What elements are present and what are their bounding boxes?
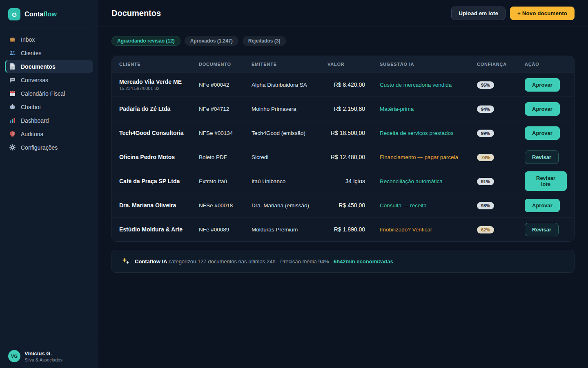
sidebar-item-documentos[interactable]: Documentos [5, 60, 93, 73]
cell-emitente: Sicredi [252, 154, 327, 160]
column-header-sugestao-ia: SUGESTÃO IA [372, 62, 470, 67]
confidence-badge: 94% [477, 105, 494, 113]
table-row: Tech4Good Consultoria NFSe #00134 Tech4G… [112, 121, 574, 145]
upload-batch-button[interactable]: Upload em lote [451, 7, 506, 20]
sidebar-item-conversas[interactable]: Conversas [5, 74, 93, 86]
cell-confianca: 91% [470, 177, 517, 185]
cell-documento: NFe #04712 [199, 106, 252, 112]
page-header: Documentos Upload em lote + Novo documen… [98, 0, 588, 27]
table-row: Dra. Mariana Oliveira NFSe #00018 Dra. M… [112, 193, 574, 217]
users-icon [9, 49, 16, 56]
approve-button[interactable]: Aprovar [525, 126, 560, 140]
calendar-icon [9, 90, 16, 97]
cell-acao: Revisar lote [517, 171, 567, 191]
column-header-documento: DOCUMENTO [199, 62, 252, 67]
sidebar-user[interactable]: VG Vinicius G. Silva & Associados [0, 344, 98, 368]
brand-name-accent: flow [43, 11, 57, 18]
ai-highlight: 6h42min economizadas [334, 258, 393, 265]
sidebar-item-label: Dashboard [21, 117, 49, 124]
cell-valor: R$ 1.890,00 [327, 226, 372, 233]
cell-confianca: 96% [470, 81, 517, 89]
cell-cliente: Padaria do Zé Ltda [119, 105, 199, 112]
ai-brand: Contaflow IA [135, 258, 167, 265]
table-row: Oficina Pedro Motos Boleto PDF Sicredi R… [112, 145, 574, 169]
approve-button[interactable]: Aprovar [525, 78, 560, 92]
ai-summary-text: Contaflow IA categorizou 127 documentos … [135, 258, 393, 265]
client-name: Dra. Mariana Oliveira [119, 202, 199, 209]
inbox-icon [9, 36, 16, 43]
user-info: Vinicius G. Silva & Associados [24, 350, 62, 362]
cell-acao: Aprovar [517, 126, 567, 140]
sidebar-item-auditoria[interactable]: Auditoria [5, 128, 93, 140]
column-header-acao: AÇÃO [517, 62, 567, 67]
cell-documento: NFe #00042 [199, 82, 252, 88]
client-name: Café da Praça SP Ltda [119, 178, 199, 184]
user-org: Silva & Associados [24, 357, 62, 362]
approve-button[interactable]: Aprovar [525, 102, 560, 116]
sidebar-item-configuracoes[interactable]: Configurações [5, 141, 93, 154]
page-title: Documentos [111, 9, 451, 18]
column-header-emitente: EMITENTE [252, 62, 327, 67]
tab-rejeitados[interactable]: Rejeitados (3) [243, 36, 286, 46]
cell-confianca: 94% [470, 105, 517, 113]
cell-confianca: 78% [470, 153, 517, 161]
client-name: Tech4Good Consultoria [119, 130, 199, 136]
table-header-row: CLIENTE DOCUMENTO EMITENTE VALOR SUGESTÃ… [112, 56, 574, 72]
cell-documento: NFSe #00134 [199, 130, 252, 136]
confidence-badge: 96% [477, 81, 494, 89]
sidebar-item-clientes[interactable]: Clientes [5, 47, 93, 59]
sidebar-nav: Inbox Clientes Documentos Conversas Cale… [0, 33, 98, 344]
sidebar-divider [7, 27, 91, 27]
sidebar-item-label: Clientes [21, 50, 42, 56]
sidebar: G Contaflow Inbox Clientes Documentos Co… [0, 0, 98, 368]
sidebar-item-chatbot[interactable]: Chatbot [5, 101, 93, 113]
confidence-badge: 78% [477, 154, 494, 161]
cell-documento: NFSe #00018 [199, 202, 252, 209]
review-batch-button[interactable]: Revisar lote [525, 171, 567, 191]
cell-acao: Revisar [517, 223, 567, 236]
gear-icon [9, 144, 16, 151]
cell-valor: 34 lçtos [327, 178, 372, 184]
cell-acao: Aprovar [517, 199, 567, 212]
sidebar-item-label: Inbox [21, 36, 35, 43]
client-name: Padaria do Zé Ltda [119, 105, 199, 112]
client-cnpj: 15.234.567/0001-82 [119, 86, 199, 91]
cell-emitente: Dra. Mariana (emissão) [252, 202, 327, 209]
brand-name: Contaflow [24, 11, 57, 18]
cell-sugestao-ia: Imobilizado? Verificar [372, 227, 470, 233]
cell-cliente: Café da Praça SP Ltda [119, 178, 199, 184]
cell-sugestao-ia: Receita de serviços prestados [372, 130, 470, 136]
cell-cliente: Tech4Good Consultoria [119, 130, 199, 136]
tab-aprovados[interactable]: Aprovados (1.247) [185, 36, 238, 46]
documents-table: CLIENTE DOCUMENTO EMITENTE VALOR SUGESTÃ… [111, 56, 575, 242]
cell-cliente: Estúdio Moldura & Arte [119, 226, 199, 233]
review-button[interactable]: Revisar [525, 150, 559, 164]
shield-icon [9, 130, 16, 137]
sidebar-item-inbox[interactable]: Inbox [5, 33, 93, 46]
sidebar-item-label: Auditoria [21, 131, 43, 137]
cell-documento: Boleto PDF [199, 154, 252, 160]
column-header-confianca: CONFIANÇA [470, 62, 517, 67]
approve-button[interactable]: Aprovar [525, 199, 560, 212]
table-row: Padaria do Zé Ltda NFe #04712 Moinho Pri… [112, 96, 574, 121]
brand-name-primary: Conta [24, 11, 43, 18]
review-button[interactable]: Revisar [525, 223, 559, 236]
sidebar-item-label: Calendário Fiscal [21, 90, 65, 97]
filter-tabs: Aguardando revisão (12) Aprovados (1.247… [111, 36, 575, 46]
brand-logo: G [8, 8, 20, 20]
sidebar-item-label: Conversas [21, 77, 48, 83]
new-document-button[interactable]: + Novo documento [510, 7, 575, 20]
sidebar-item-label: Chatbot [21, 104, 41, 110]
page-content: Aguardando revisão (12) Aprovados (1.247… [98, 27, 588, 282]
chat-icon [9, 76, 16, 83]
sidebar-item-calendario-fiscal[interactable]: Calendário Fiscal [5, 87, 93, 100]
cell-cliente: Mercado Vila Verde ME 15.234.567/0001-82 [119, 79, 199, 91]
cell-emitente: Alpha Distribuidora SA [252, 82, 327, 88]
cell-cliente: Oficina Pedro Motos [119, 154, 199, 160]
tab-aguardando-revisao[interactable]: Aguardando revisão (12) [111, 36, 180, 46]
cell-acao: Aprovar [517, 102, 567, 116]
sidebar-item-dashboard[interactable]: Dashboard [5, 114, 93, 127]
cell-acao: Aprovar [517, 78, 567, 92]
column-header-valor: VALOR [327, 62, 372, 67]
cell-valor: R$ 450,00 [327, 202, 372, 209]
